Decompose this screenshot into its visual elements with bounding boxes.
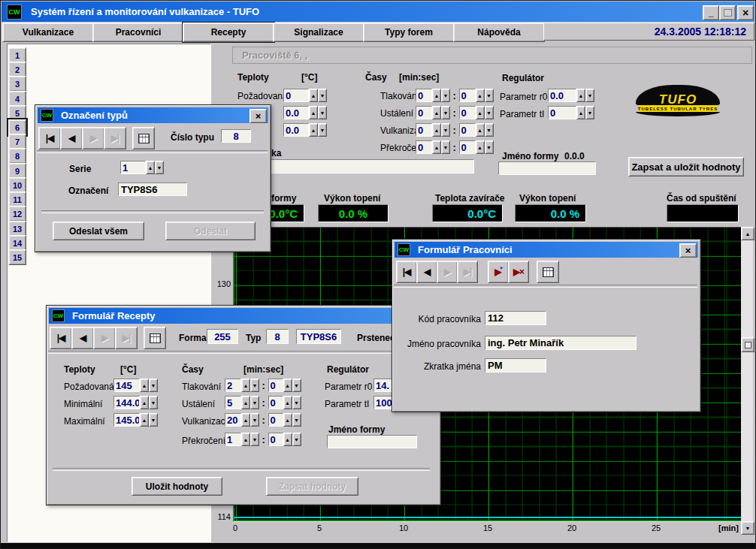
spin-down-button[interactable]: ▼	[485, 106, 494, 119]
menu-signalizace[interactable]: Signalizace	[273, 23, 364, 42]
menu-recepty[interactable]: Recepty	[183, 23, 274, 42]
spin-down-button[interactable]: ▼	[149, 396, 158, 409]
scrollbar-thumb[interactable]	[741, 337, 754, 352]
odeslat-vsem-button[interactable]: Odeslat všem	[53, 222, 144, 240]
station-button-13[interactable]: 13	[8, 221, 26, 237]
spin-up-button[interactable]: ▲	[432, 106, 441, 119]
spin-down-button[interactable]: ▼	[292, 396, 301, 409]
jmeno-formy-field[interactable]	[327, 435, 417, 448]
station-button-12[interactable]: 12	[8, 206, 26, 222]
zapsat-ulozit-button[interactable]: Zapsat a uložit hodnoty	[628, 157, 744, 176]
spin-down-button[interactable]: ▼	[292, 433, 301, 446]
nav-prev-button[interactable]: ◀	[416, 261, 437, 283]
spin-up-button[interactable]: ▲	[476, 106, 485, 119]
close-button[interactable]: ×	[737, 5, 754, 20]
spin-down-button[interactable]: ▼	[485, 123, 494, 137]
spin-down-button[interactable]: ▼	[485, 89, 494, 102]
spin-up-button[interactable]: ▲	[283, 379, 292, 392]
nav-first-button[interactable]: |◀	[396, 261, 417, 283]
scroll-up-button[interactable]: ▲	[741, 227, 754, 240]
scrollbar-track[interactable]	[741, 239, 753, 523]
cas-vulkanizace-spinner[interactable]: 0 ▲▼ : 0 ▲▼	[416, 123, 494, 137]
spin-up-button[interactable]: ▲	[476, 89, 485, 102]
maximize-button[interactable]	[719, 5, 736, 20]
minimize-button[interactable]: _	[703, 5, 719, 20]
spin-down-button[interactable]: ▼	[318, 106, 327, 119]
spin-up-button[interactable]: ▲	[283, 413, 292, 427]
nav-first-button[interactable]: |◀	[38, 127, 61, 149]
spin-down-button[interactable]: ▼	[155, 161, 164, 174]
spin-down-button[interactable]: ▼	[250, 433, 259, 446]
parametr-r0-spinner[interactable]: 0.0 ▲▼	[548, 89, 594, 102]
cas-prekroceni-spinner[interactable]: 0 ▲▼ : 0 ▲▼	[416, 140, 494, 154]
vulkanizace-spinner[interactable]: 20 ▲▼ : 0 ▲▼	[225, 413, 301, 427]
prekroceni-spinner[interactable]: 1 ▲▼ : 0 ▲▼	[225, 433, 301, 446]
jmeno-pracovnika-field[interactable]: ing. Petr Minařík	[485, 336, 637, 350]
spin-down-button[interactable]: ▼	[585, 89, 594, 102]
station-button-14[interactable]: 14	[8, 235, 26, 251]
nav-insert-record-button[interactable]: ▶*	[488, 261, 509, 283]
spin-up-button[interactable]: ▲	[309, 89, 318, 102]
spin-down-button[interactable]: ▼	[250, 413, 259, 427]
station-button-5[interactable]: 5	[8, 105, 26, 121]
spin-up-button[interactable]: ▲	[476, 140, 485, 154]
station-button-4[interactable]: 4	[8, 91, 26, 107]
station-button-15[interactable]: 15	[8, 249, 26, 265]
spin-up-button[interactable]: ▲	[140, 396, 149, 409]
maximalni-spinner[interactable]: 145.0 ▲▼	[113, 413, 158, 427]
oznaceni-field[interactable]: TYP8S6	[118, 182, 187, 196]
spin-up-button[interactable]: ▲	[309, 123, 318, 137]
scroll-down-button[interactable]: ▼	[741, 521, 754, 535]
menu-pracovnici[interactable]: Pracovníci	[92, 23, 184, 42]
zapsat-hodnoty-button[interactable]: Zapsat hodnoty	[266, 477, 358, 496]
spin-up-button[interactable]: ▲	[146, 161, 155, 174]
parametr-ti-spinner[interactable]: 0 ▲▼	[548, 106, 594, 119]
spin-up-button[interactable]: ▲	[432, 140, 441, 154]
spin-down-button[interactable]: ▼	[585, 106, 594, 119]
station-button-9[interactable]: 9	[8, 163, 26, 179]
spin-up-button[interactable]: ▲	[432, 123, 441, 137]
spin-up-button[interactable]: ▲	[140, 413, 149, 427]
station-button-11[interactable]: 11	[8, 192, 26, 207]
spin-up-button[interactable]: ▲	[432, 89, 441, 102]
odeslat-button[interactable]: Odeslat	[165, 222, 256, 240]
station-button-7[interactable]: 7	[8, 134, 26, 149]
teplota-maximalni-spinner[interactable]: 0.0 ▲▼	[283, 123, 327, 137]
menu-napoveda[interactable]: Nápověda	[453, 23, 545, 42]
nav-next-button[interactable]: ▶	[82, 127, 104, 149]
ustaleni-spinner[interactable]: 5 ▲▼ : 0 ▲▼	[225, 396, 301, 409]
dialog-close-button[interactable]: ×	[679, 243, 697, 258]
spin-up-button[interactable]: ▲	[309, 106, 318, 119]
spin-up-button[interactable]: ▲	[241, 396, 250, 409]
spin-down-button[interactable]: ▼	[250, 379, 259, 392]
zkratka-jmena-field[interactable]: PM	[485, 358, 546, 373]
nav-last-button[interactable]: ▶|	[457, 261, 478, 283]
spin-down-button[interactable]: ▼	[149, 413, 158, 427]
kod-pracovnika-field[interactable]: 112	[485, 311, 546, 325]
station-button-2[interactable]: 2	[8, 62, 26, 77]
menu-vulkanizace[interactable]: Vulkanizace	[2, 23, 94, 42]
nav-first-button[interactable]: |◀	[50, 327, 72, 349]
nav-prev-button[interactable]: ◀	[71, 327, 94, 349]
chart-scrollbar[interactable]: ▲ ▼	[741, 227, 753, 535]
spin-up-button[interactable]: ▲	[241, 413, 250, 427]
jmeno-formy-field[interactable]	[498, 161, 596, 175]
spin-up-button[interactable]: ▲	[576, 89, 585, 102]
nav-delete-record-button[interactable]: ▶×	[508, 261, 529, 283]
spin-up-button[interactable]: ▲	[140, 379, 149, 392]
spin-up-button[interactable]: ▲	[241, 379, 250, 392]
dialog-close-button[interactable]: ×	[249, 109, 267, 123]
nav-grid-button[interactable]	[132, 127, 155, 149]
cas-ustaleni-spinner[interactable]: 0 ▲▼ : 0 ▲▼	[416, 106, 494, 119]
nav-prev-button[interactable]: ◀	[60, 127, 83, 149]
spin-down-button[interactable]: ▼	[318, 89, 327, 102]
spin-up-button[interactable]: ▲	[283, 396, 292, 409]
tlakovani-spinner[interactable]: 2 ▲▼ : 0 ▲▼	[225, 379, 301, 392]
spin-down-button[interactable]: ▼	[441, 140, 450, 154]
spin-down-button[interactable]: ▼	[292, 379, 301, 392]
spin-down-button[interactable]: ▼	[441, 123, 450, 137]
nav-last-button[interactable]: ▶|	[115, 327, 138, 349]
spin-up-button[interactable]: ▲	[576, 106, 585, 119]
spin-down-button[interactable]: ▼	[149, 379, 158, 392]
pozadovana-spinner[interactable]: 145 ▲▼	[113, 379, 158, 392]
